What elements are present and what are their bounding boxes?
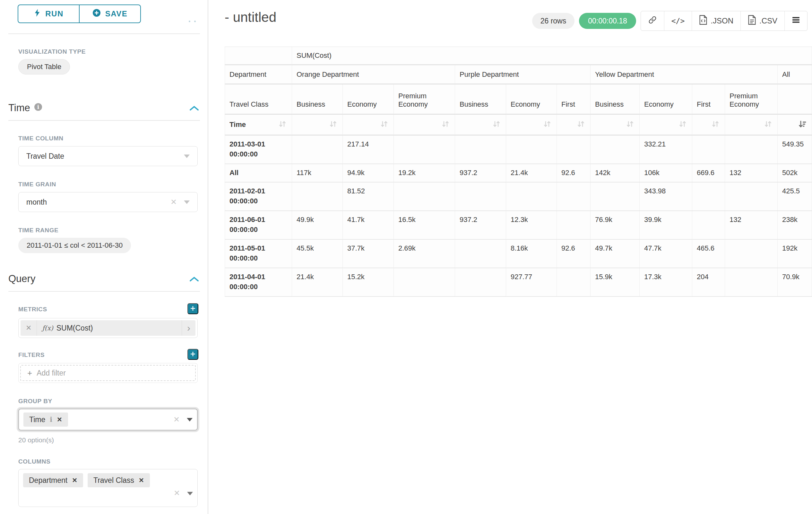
metric-pill[interactable]: ✕ ƒ(x) SUM(Cost) ›	[21, 320, 196, 336]
close-icon[interactable]: ✕	[21, 320, 37, 336]
pivot-cell: 238k	[778, 211, 812, 240]
control-panel: Chart Type RUN SAVE VISUALIZATION TYPE P…	[0, 0, 208, 514]
pivot-row-label: 2011-04-01 00:00:00	[225, 268, 292, 297]
panel-drag-handle[interactable]	[189, 21, 196, 22]
pivot-cell	[557, 183, 590, 211]
pivot-cell	[692, 136, 725, 164]
pivot-cell: 669.6	[692, 164, 725, 183]
group-by-chip[interactable]: Time i ✕	[23, 412, 68, 427]
columns-chip[interactable]: Department ✕	[23, 473, 83, 487]
query-section-title: Query	[8, 273, 35, 285]
pivot-row-dim-department: Department	[225, 65, 292, 84]
close-icon[interactable]: ✕	[139, 477, 144, 484]
add-metric-button[interactable]	[187, 303, 198, 314]
pivot-col-group-header: Yellow Department	[590, 65, 778, 84]
sort-icon-cell[interactable]	[557, 115, 590, 136]
pivot-cell: 332.21	[640, 136, 692, 164]
chevron-right-icon[interactable]: ›	[182, 320, 196, 336]
pivot-cell	[292, 183, 343, 211]
pivot-cell	[394, 183, 455, 211]
sort-icon-cell[interactable]	[343, 115, 394, 136]
pivot-col-header: Economy	[506, 84, 557, 115]
sort-icon[interactable]	[379, 119, 389, 131]
columns-select[interactable]: Department ✕ Travel Class ✕ ✕	[18, 469, 198, 507]
pivot-col-header: Business	[455, 84, 506, 115]
caret-down-icon[interactable]	[187, 492, 193, 495]
sort-icon[interactable]	[441, 119, 450, 131]
divider	[8, 120, 200, 121]
close-icon[interactable]: ✕	[72, 477, 77, 484]
sort-icon[interactable]	[492, 119, 501, 131]
sort-icon[interactable]	[328, 119, 338, 131]
time-section-header[interactable]: Time i	[8, 102, 42, 114]
close-icon[interactable]: ✕	[173, 415, 180, 424]
pivot-cell	[692, 183, 725, 211]
pivot-cell: 70.9k	[778, 268, 812, 297]
pivot-cell: 41.7k	[343, 211, 394, 240]
sort-icon[interactable]	[710, 119, 720, 131]
sort-desc-active-icon-cell[interactable]	[778, 115, 812, 136]
pivot-col-header: Business	[292, 84, 343, 115]
pivot-col-header: Economy	[343, 84, 394, 115]
sort-icon-cell[interactable]	[292, 115, 343, 136]
viz-type-pill[interactable]: Pivot Table	[18, 59, 70, 75]
view-query-button[interactable]: </>	[664, 11, 692, 30]
pivot-cell: 45.5k	[292, 240, 343, 268]
add-filter-plus-button[interactable]	[187, 349, 198, 360]
caret-down-icon[interactable]	[187, 418, 193, 422]
columns-chip[interactable]: Travel Class ✕	[88, 473, 150, 487]
svg-text:i: i	[37, 104, 39, 110]
close-icon[interactable]: ✕	[174, 489, 180, 497]
export-csv-button[interactable]: .CSV	[741, 11, 784, 30]
pivot-cell: 217.14	[343, 136, 394, 164]
pivot-cell: 425.5	[778, 183, 812, 211]
time-range-pill[interactable]: 2011-01-01 ≤ col < 2011-06-30	[18, 238, 131, 253]
time-column-select[interactable]: Travel Date	[18, 146, 198, 166]
sort-icon[interactable]	[543, 119, 552, 131]
pivot-cell	[725, 136, 778, 164]
sort-icon[interactable]	[625, 119, 635, 131]
sort-icon[interactable]	[576, 119, 586, 131]
pivot-cell: 76.9k	[590, 211, 640, 240]
query-section-header[interactable]: Query	[8, 273, 35, 285]
close-icon[interactable]: ✕	[170, 197, 177, 207]
sort-desc-active-icon[interactable]	[798, 119, 807, 131]
filters-label: FILTERS	[18, 351, 45, 358]
pivot-row-label: All	[225, 164, 292, 183]
pivot-cell	[455, 136, 506, 164]
plus-icon	[190, 351, 196, 358]
run-button[interactable]: RUN	[18, 4, 79, 23]
pivot-cell: 549.35	[778, 136, 812, 164]
sort-icon-cell[interactable]	[692, 115, 725, 136]
pivot-cell: 192k	[778, 240, 812, 268]
plus-icon	[190, 305, 196, 313]
add-filter-button[interactable]: + Add filter	[20, 365, 196, 381]
menu-button[interactable]	[784, 11, 807, 30]
save-button[interactable]: SAVE	[79, 4, 141, 23]
chevron-up-icon[interactable]	[190, 105, 199, 112]
sort-icon-cell[interactable]	[725, 115, 778, 136]
chart-title[interactable]: - untitled	[225, 10, 276, 25]
group-by-select[interactable]: Time i ✕ ✕	[18, 409, 198, 431]
chevron-up-icon[interactable]	[190, 276, 199, 283]
pivot-cell	[557, 211, 590, 240]
sort-icon-cell[interactable]	[590, 115, 640, 136]
time-grain-select[interactable]: month ✕	[18, 192, 198, 212]
export-json-button[interactable]: .JSON	[692, 11, 741, 30]
table-row: 2011-03-01 00:00:00217.14332.21549.35	[225, 136, 812, 164]
sort-icon-cell[interactable]	[506, 115, 557, 136]
pivot-table-container: SUM(Cost)DepartmentOrange DepartmentPurp…	[225, 47, 812, 297]
pivot-cell: 39.9k	[640, 211, 692, 240]
pivot-table: SUM(Cost)DepartmentOrange DepartmentPurp…	[225, 47, 812, 297]
sort-icon[interactable]	[278, 119, 287, 131]
sort-icon[interactable]	[763, 119, 773, 131]
pivot-cell: 132	[725, 211, 778, 240]
header-actions: 26 rows 00:00:00.18 </> .JSON .CSV	[532, 11, 808, 31]
sort-icon-cell[interactable]	[394, 115, 455, 136]
close-icon[interactable]: ✕	[57, 416, 62, 424]
sort-icon-cell[interactable]	[640, 115, 692, 136]
sort-icon[interactable]	[678, 119, 688, 131]
sort-icon-cell[interactable]	[455, 115, 506, 136]
share-link-button[interactable]	[641, 11, 664, 30]
time-range-label: TIME RANGE	[18, 227, 58, 234]
